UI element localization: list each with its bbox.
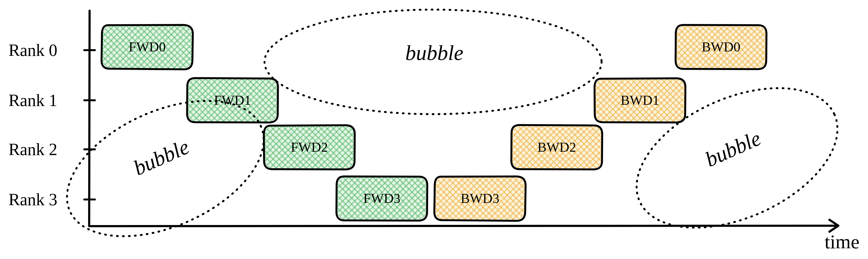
bwd2-block: BWD2: [510, 124, 604, 171]
fwd2-block: FWD2: [262, 124, 356, 171]
bubble-label-top: bubble: [405, 40, 463, 65]
bwd1-block: BWD1: [593, 77, 687, 124]
fwd0-block: FWD0: [100, 24, 194, 70]
rank-label-3: Rank 3: [8, 190, 85, 209]
fwd2-label: FWD2: [291, 139, 328, 155]
fwd3-label: FWD3: [363, 191, 400, 206]
fwd3-block: FWD3: [335, 175, 429, 222]
rank-label-1: Rank 1: [8, 91, 85, 110]
fwd1-label: FWD1: [214, 92, 251, 108]
pipeline-diagram: Rank 0 Rank 1 Rank 2 Rank 3 time bubble …: [0, 0, 868, 259]
fwd1-block: FWD1: [186, 77, 279, 124]
bwd2-label: BWD2: [537, 139, 576, 155]
fwd0-label: FWD0: [129, 39, 166, 55]
bwd0-label: BWD0: [702, 39, 740, 55]
bubble-label-right: bubble: [702, 126, 764, 172]
bwd0-block: BWD0: [674, 24, 768, 70]
bwd3-label: BWD3: [461, 191, 499, 206]
bubble-label-left: bubble: [130, 134, 193, 181]
bwd1-label: BWD1: [621, 92, 659, 108]
time-axis-label: time: [825, 230, 860, 253]
bwd3-block: BWD3: [433, 175, 527, 222]
rank-label-2: Rank 2: [8, 140, 85, 159]
rank-label-0: Rank 0: [8, 40, 85, 60]
